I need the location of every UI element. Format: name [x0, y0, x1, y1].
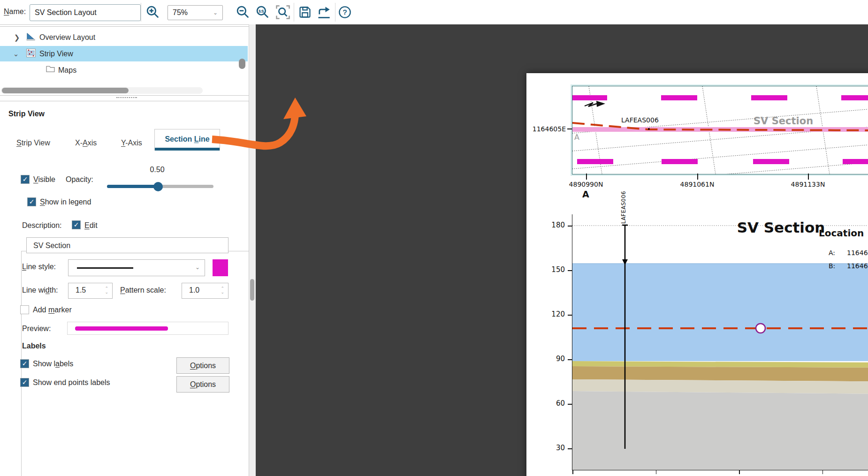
show-end-points-options-button[interactable]: Options	[176, 376, 229, 393]
strip-view-panel: Strip View Strip View X-Axis Y-Axis Sect…	[0, 101, 249, 476]
map-x-label: 4891133N	[787, 181, 829, 188]
spinner-arrows-icon[interactable]: ⌃⌄	[105, 287, 108, 294]
chevron-right-icon[interactable]: ❯	[12, 33, 22, 42]
line-style-label: Line style:	[22, 263, 56, 271]
y-tick-label: 90	[546, 355, 565, 363]
tree-item-strip-view[interactable]: ⌄ Strip View	[0, 46, 248, 61]
map-y-axis-tick	[567, 128, 572, 129]
panel-title: Strip View	[8, 110, 45, 118]
y-tick-label: 120	[546, 310, 565, 318]
section-layers	[572, 214, 868, 470]
line-width-spinner[interactable]: 1.5 ⌃⌄	[68, 283, 113, 299]
chevron-down-icon: ⌄	[195, 264, 200, 271]
y-tick-mark	[568, 270, 572, 271]
tab-x-axis[interactable]: X-Axis	[75, 139, 97, 147]
pattern-scale-value: 1.0	[189, 286, 199, 295]
pattern-scale-spinner[interactable]: 1.0 ⌃⌄	[182, 283, 228, 299]
section-well-label-left: LAFEAS006	[620, 185, 627, 224]
layout-page: LAFEAS006 SV Section LAFEAS007 A B 11646…	[526, 73, 868, 476]
name-label: Name:	[4, 8, 26, 16]
zoom-one-to-one-icon[interactable]: 1:1	[254, 5, 272, 20]
map-end-a: A	[582, 189, 589, 199]
tree-hscroll-thumb[interactable]	[2, 88, 129, 93]
pattern-scale-label: Pattern scale:	[120, 286, 166, 295]
y-tick-mark	[568, 359, 572, 360]
tree-vscroll-thumb[interactable]	[239, 59, 245, 69]
zoom-in-icon[interactable]	[145, 5, 161, 20]
tree-item-maps[interactable]: Maps	[0, 62, 248, 78]
tree-item-label: Overview Layout	[39, 33, 95, 42]
x-tick-mark	[572, 470, 573, 474]
map-x-tick	[808, 174, 809, 180]
visible-checkbox[interactable]: ✓	[21, 175, 30, 184]
map-alignment-line	[572, 86, 868, 174]
y-tick-label: 150	[546, 265, 565, 274]
x-tick-mark	[656, 470, 657, 474]
map-x-tick	[697, 174, 698, 180]
tab-section-line[interactable]: Section Line	[154, 129, 220, 151]
spinner-arrows-icon[interactable]: ⌃⌄	[221, 287, 224, 294]
show-labels-options-button[interactable]: Options	[176, 357, 229, 374]
layout-name-input[interactable]: SV Section Layout	[30, 4, 141, 21]
line-color-swatch[interactable]	[213, 259, 228, 276]
add-marker-checkbox[interactable]	[20, 305, 29, 314]
svg-text:?: ?	[343, 8, 347, 16]
folder-icon	[45, 66, 55, 75]
show-labels-label: Show labels	[33, 360, 73, 368]
y-tick-label: 60	[546, 399, 565, 408]
location-a-value: 1164605, 4890984	[847, 249, 868, 257]
tab-strip-view[interactable]: Strip View	[16, 139, 50, 147]
y-tick-mark	[568, 315, 572, 316]
line-width-label: Line width:	[22, 286, 58, 295]
zoom-out-icon[interactable]	[235, 5, 251, 20]
map-x-label: 4890990N	[565, 181, 607, 188]
tab-section-line-label: Section Line	[155, 135, 220, 144]
show-labels-checkbox[interactable]: ✓	[20, 359, 29, 368]
line-width-value: 1.5	[76, 286, 86, 295]
opacity-value: 0.50	[141, 166, 174, 174]
toolbar: Name: SV Section Layout 75% ⌄ 1:1	[0, 0, 868, 25]
map-x-label: 4891061N	[676, 181, 718, 188]
map-y-axis-label: 1164605E	[530, 125, 566, 133]
chevron-down-icon: ⌄	[213, 9, 218, 16]
add-marker-label: Add marker	[33, 306, 72, 314]
zoom-level-select[interactable]: 75% ⌄	[168, 5, 223, 20]
chevron-down-icon[interactable]: ⌄	[11, 50, 21, 58]
edit-checkbox[interactable]: ✓	[72, 220, 81, 229]
strip-view-icon	[25, 49, 37, 59]
location-b-value: 1164643, 4891253	[847, 262, 868, 270]
zoom-level-value: 75%	[173, 8, 188, 17]
export-icon[interactable]	[315, 5, 333, 20]
show-in-legend-checkbox[interactable]: ✓	[27, 197, 36, 206]
save-icon[interactable]	[297, 5, 313, 20]
map-well-dot	[648, 128, 650, 130]
description-input[interactable]: SV Section	[26, 237, 228, 253]
location-a-label: A:	[829, 249, 835, 257]
preview-field	[67, 322, 228, 335]
y-tick-mark	[568, 226, 572, 227]
application-window: Name: SV Section Layout 75% ⌄ 1:1	[0, 0, 868, 476]
line-style-select[interactable]: ⌄	[68, 259, 205, 276]
layout-tree: ❯ Overview Layout ⌄ Strip View Maps	[0, 26, 249, 96]
opacity-slider-knob[interactable]	[153, 182, 163, 191]
location-b-label: B:	[829, 262, 835, 270]
vertical-scroll-thumb[interactable]	[250, 279, 254, 301]
show-in-legend-label: Show in legend	[40, 198, 91, 206]
layout-canvas: LAFEAS006 SV Section LAFEAS007 A B 11646…	[256, 24, 868, 476]
zoom-fit-icon[interactable]	[274, 5, 292, 20]
north-arrow-icon	[584, 99, 607, 112]
description-label: Description:	[22, 221, 61, 230]
show-end-points-checkbox[interactable]: ✓	[20, 378, 29, 387]
location-header: Location	[819, 227, 864, 239]
labels-header: Labels	[22, 342, 46, 350]
map-well-label-left: LAFEAS006	[621, 116, 659, 124]
opacity-label: Opacity:	[66, 175, 93, 184]
tab-y-axis[interactable]: Y-Axis	[121, 139, 142, 147]
section-plot: SV Section Location A: 1164605, 4890984 …	[572, 214, 868, 470]
tree-item-label: Strip View	[39, 50, 73, 58]
help-icon[interactable]: ?	[337, 5, 353, 20]
preview-label: Preview:	[22, 325, 51, 333]
line-style-sample	[77, 267, 133, 269]
opacity-slider-fill	[107, 185, 158, 188]
tree-item-overview-layout[interactable]: ❯ Overview Layout	[0, 30, 248, 45]
